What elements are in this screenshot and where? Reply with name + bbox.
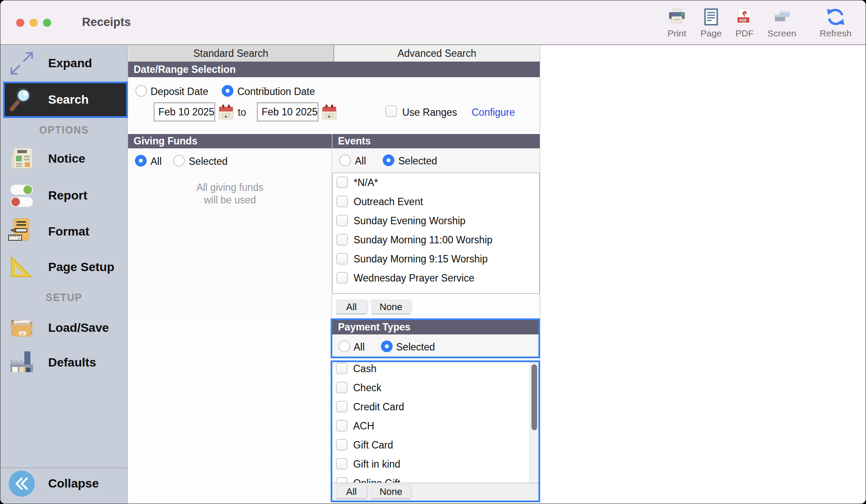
events-selected-label: Selected bbox=[398, 155, 437, 167]
payment-types-all-label: All bbox=[354, 341, 365, 353]
close-window-button[interactable] bbox=[16, 19, 24, 27]
list-item[interactable]: Wednesday Prayer Service bbox=[333, 268, 539, 288]
expand-icon bbox=[8, 49, 36, 78]
contribution-date-label: Contribution Date bbox=[237, 86, 315, 98]
giving-funds-selected-label: Selected bbox=[189, 156, 228, 167]
page-button[interactable]: Page bbox=[693, 7, 729, 42]
list-item[interactable]: Sunday Morning 11:00 Worship bbox=[333, 230, 539, 249]
tab-bar: Standard Search Advanced Search bbox=[128, 45, 540, 62]
sidebar: Expand Search OPTIONS bbox=[0, 45, 128, 504]
radio-events-all[interactable] bbox=[339, 154, 351, 166]
sidebar-item-collapse[interactable]: Collapse bbox=[0, 465, 128, 502]
button-separator bbox=[367, 486, 368, 498]
date-to-input[interactable]: Feb 10 2025 bbox=[257, 102, 318, 121]
folder-icon bbox=[8, 314, 36, 342]
collapse-icon bbox=[8, 470, 36, 497]
payment-types-all-button[interactable]: All bbox=[336, 484, 367, 499]
scrollbar[interactable] bbox=[530, 362, 538, 483]
use-ranges-checkbox[interactable] bbox=[385, 105, 397, 117]
radio-contribution-date[interactable] bbox=[222, 85, 233, 97]
payment-types-buttons: All None bbox=[332, 483, 538, 501]
sidebar-item-notice[interactable]: Notice bbox=[0, 141, 128, 177]
to-label: to bbox=[238, 107, 246, 118]
page-setup-icon bbox=[8, 253, 36, 281]
checkbox[interactable] bbox=[336, 363, 348, 374]
sidebar-item-load-save[interactable]: Load/Save bbox=[0, 310, 128, 346]
events-all-button[interactable]: All bbox=[336, 300, 367, 314]
titlebar: Receipts Print bbox=[0, 0, 866, 45]
calendar-icon-from[interactable] bbox=[218, 104, 234, 121]
sidebar-item-format[interactable]: Format bbox=[0, 213, 128, 250]
calendar-icon-to[interactable] bbox=[321, 104, 337, 121]
radio-giving-funds-selected[interactable] bbox=[173, 155, 185, 167]
checkbox[interactable] bbox=[336, 215, 348, 226]
list-item[interactable]: Gift Card bbox=[332, 435, 538, 455]
giving-funds-note: All giving funds will be used bbox=[128, 181, 332, 207]
radio-events-selected[interactable] bbox=[383, 154, 394, 166]
button-separator bbox=[411, 301, 412, 313]
checkbox[interactable] bbox=[336, 253, 348, 265]
checkbox[interactable] bbox=[336, 477, 348, 483]
list-item[interactable]: Credit Card bbox=[332, 397, 538, 416]
checkbox[interactable] bbox=[336, 420, 348, 432]
list-item[interactable]: Outreach Event bbox=[333, 192, 539, 211]
checkbox[interactable] bbox=[336, 234, 348, 245]
giving-funds-header: Giving Funds bbox=[128, 134, 332, 148]
button-separator bbox=[411, 486, 412, 498]
radio-deposit-date[interactable] bbox=[135, 85, 147, 97]
printer-icon bbox=[659, 7, 695, 27]
checkbox[interactable] bbox=[336, 458, 348, 470]
events-column: Events All Selected *N/A* Outreach Event… bbox=[332, 134, 540, 504]
report-icon bbox=[8, 181, 36, 210]
payment-types-header: Payment Types bbox=[332, 320, 538, 334]
list-item[interactable]: Online Gift bbox=[332, 474, 538, 483]
sidebar-item-expand[interactable]: Expand bbox=[0, 45, 128, 82]
pdf-button[interactable]: PDF PDF bbox=[726, 7, 763, 42]
sidebar-item-search[interactable]: Search bbox=[3, 82, 128, 118]
checkbox[interactable] bbox=[336, 196, 348, 207]
list-item[interactable]: Cash bbox=[332, 362, 538, 378]
sidebar-section-setup: SETUP bbox=[0, 292, 128, 304]
radio-payment-types-all[interactable] bbox=[338, 340, 350, 352]
sidebar-item-report[interactable]: Report bbox=[0, 177, 128, 214]
checkbox[interactable] bbox=[336, 439, 348, 451]
list-item[interactable]: Gift in kind bbox=[332, 455, 538, 474]
page-icon bbox=[693, 7, 729, 27]
refresh-button[interactable]: Refresh bbox=[817, 7, 854, 42]
checkbox[interactable] bbox=[336, 177, 348, 188]
checkbox[interactable] bbox=[336, 382, 348, 393]
payment-types-none-button[interactable]: None bbox=[371, 484, 410, 499]
radio-payment-types-selected[interactable] bbox=[381, 340, 393, 352]
list-item[interactable]: ACH bbox=[332, 416, 538, 435]
tab-standard-search[interactable]: Standard Search bbox=[128, 45, 334, 62]
list-item[interactable]: Sunday Morning 9:15 Worship bbox=[333, 249, 539, 268]
checkbox[interactable] bbox=[336, 401, 348, 412]
tab-advanced-search[interactable]: Advanced Search bbox=[334, 45, 540, 62]
radio-giving-funds-all[interactable] bbox=[135, 155, 147, 167]
date-from-input[interactable]: Feb 10 2025 bbox=[154, 102, 215, 121]
svg-text:PDF: PDF bbox=[739, 18, 748, 23]
scrollbar-thumb[interactable] bbox=[531, 364, 537, 430]
events-list: *N/A* Outreach Event Sunday Evening Wors… bbox=[332, 173, 540, 294]
checkbox[interactable] bbox=[336, 272, 348, 284]
zoom-window-button[interactable] bbox=[43, 19, 51, 27]
events-none-button[interactable]: None bbox=[371, 300, 410, 314]
screen-icon bbox=[764, 7, 800, 27]
sidebar-item-defaults[interactable]: Defaults bbox=[0, 344, 128, 381]
list-item[interactable]: *N/A* bbox=[333, 173, 539, 192]
notice-icon bbox=[8, 144, 36, 173]
list-item[interactable]: Sunday Evening Worship bbox=[333, 211, 539, 230]
sidebar-item-page-setup[interactable]: Page Setup bbox=[0, 249, 128, 285]
screen-button[interactable]: Screen bbox=[764, 7, 800, 42]
minimize-window-button[interactable] bbox=[30, 19, 38, 27]
pdf-icon: PDF bbox=[726, 7, 763, 27]
payment-types-header-box: Payment Types All Selected bbox=[331, 318, 540, 358]
configure-link[interactable]: Configure bbox=[472, 107, 515, 118]
use-ranges-label: Use Ranges bbox=[402, 107, 457, 118]
refresh-icon bbox=[817, 7, 854, 27]
sidebar-section-options: OPTIONS bbox=[0, 124, 128, 136]
events-buttons: All None bbox=[332, 298, 540, 316]
list-item[interactable]: Check bbox=[332, 378, 538, 397]
print-button[interactable]: Print bbox=[659, 7, 695, 42]
date-range-header: Date/Range Selection bbox=[128, 62, 540, 77]
